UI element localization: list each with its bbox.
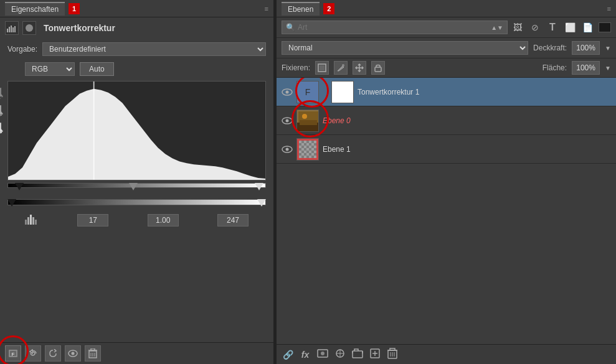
shadow-thumb[interactable] <box>15 183 24 190</box>
fix-brush-icon[interactable] <box>334 61 348 75</box>
search-input[interactable] <box>298 23 488 32</box>
fix-position-icon[interactable] <box>315 61 329 75</box>
fx-icon[interactable]: fx <box>299 350 311 360</box>
left-panel-tabs: Eigenschaften 1 <box>5 2 80 16</box>
prev-state-button[interactable] <box>25 345 41 362</box>
right-panel-tabs: Ebenen 2 <box>282 2 334 16</box>
search-dropdown-arrow[interactable]: ▲▼ <box>491 24 503 31</box>
values-row: 17 1.00 247 <box>0 212 273 229</box>
circle-icon-btn[interactable] <box>22 21 36 35</box>
eyedropper-tools <box>0 87 6 134</box>
output-shadow-thumb[interactable] <box>7 199 16 207</box>
output-highlight-thumb[interactable] <box>257 199 266 207</box>
layer-mask-thumbnail <box>331 81 354 103</box>
output-track[interactable] <box>7 199 266 205</box>
clip-layer-button[interactable]: F <box>5 345 21 362</box>
opacity-input[interactable]: 100% <box>572 41 600 55</box>
section-title: Tonwertkorrektur <box>44 23 115 33</box>
midtones-value[interactable]: 1.00 <box>148 214 179 226</box>
ebenen-label: Ebenen <box>288 5 313 14</box>
layer-visibility-icon[interactable] <box>282 115 293 126</box>
svg-point-36 <box>286 119 289 122</box>
auto-button[interactable]: Auto <box>80 62 114 76</box>
opacity-arrow[interactable]: ▼ <box>605 45 611 52</box>
delete-adjustment-button[interactable] <box>85 345 101 362</box>
layer-row[interactable]: Ebene 0 <box>277 106 616 135</box>
layer-row[interactable]: Ebene 1 <box>277 135 616 164</box>
text-type-icon[interactable]: T <box>546 22 559 33</box>
vorgabe-select[interactable]: Benutzerdefiniert <box>42 42 266 56</box>
svg-rect-24 <box>91 348 95 350</box>
svg-rect-14 <box>30 215 32 225</box>
flache-input[interactable]: 100% <box>572 61 600 75</box>
layer-visibility-icon[interactable] <box>282 86 293 98</box>
fix-label: Fixieren: <box>282 63 310 72</box>
layer-bottom-bar: 🔗 fx <box>277 344 616 364</box>
svg-point-30 <box>342 64 344 67</box>
right-title-bar: Ebenen 2 ≡ <box>277 0 616 17</box>
image-type-icon[interactable]: 🖼 <box>511 22 524 32</box>
svg-rect-3 <box>12 27 14 32</box>
color-swatch[interactable] <box>599 22 611 32</box>
delete-layer-icon[interactable] <box>386 348 399 361</box>
svg-text:F: F <box>305 87 311 97</box>
highlights-value[interactable]: 247 <box>217 214 249 226</box>
input-slider-row <box>7 183 266 194</box>
left-title-bar: Eigenschaften 1 ≡ <box>0 0 273 17</box>
vorgabe-label: Vorgabe: <box>7 45 37 54</box>
fix-move-icon[interactable] <box>353 61 366 75</box>
output-slider-row <box>7 199 266 210</box>
layer-row[interactable]: F Tonwertkorrektur 1 <box>277 78 616 106</box>
midtone-thumb[interactable] <box>129 183 138 190</box>
svg-rect-41 <box>300 120 317 125</box>
highlight-thumb[interactable] <box>255 183 263 190</box>
fix-lock-icon[interactable] <box>371 61 385 75</box>
blend-mode-row: Normal Deckkraft: 100% ▼ <box>277 38 616 58</box>
channel-select[interactable]: RGB <box>25 62 75 76</box>
opacity-label: Deckkraft: <box>533 44 567 52</box>
svg-point-45 <box>321 352 325 355</box>
eigenschaften-label: Eigenschaften <box>11 5 59 14</box>
flache-arrow[interactable]: ▼ <box>605 65 611 72</box>
svg-rect-16 <box>35 220 37 225</box>
blend-mode-select[interactable]: Normal <box>282 41 528 55</box>
svg-rect-47 <box>353 351 362 358</box>
new-group-icon[interactable] <box>351 348 364 360</box>
new-layer-icon[interactable] <box>369 348 381 360</box>
eyedropper-dark[interactable] <box>0 87 6 100</box>
eigenschaften-tab[interactable]: Eigenschaften <box>5 2 65 16</box>
layers-list: F Tonwertkorrektur 1 <box>277 78 616 344</box>
svg-rect-31 <box>375 67 381 72</box>
right-collapse-arrow[interactable]: ≡ <box>607 5 611 12</box>
add-mask-icon[interactable] <box>316 349 329 360</box>
shadows-value[interactable]: 17 <box>77 214 108 226</box>
svg-rect-12 <box>25 220 27 225</box>
visibility-button[interactable] <box>65 345 81 362</box>
svg-rect-0 <box>7 29 8 32</box>
layer-type-icons: 🖼 ⊘ T ⬜ 📄 <box>511 22 611 33</box>
eyedropper-mid[interactable] <box>0 105 6 117</box>
layer-thumbnail-transparent <box>296 138 319 161</box>
link-layers-icon[interactable]: 🔗 <box>282 350 294 360</box>
reset-button[interactable] <box>45 345 61 362</box>
left-badge: 1 <box>69 3 80 14</box>
histogram-icon-btn[interactable] <box>5 21 19 35</box>
left-panel: Eigenschaften 1 ≡ Tonwertkorrektur V <box>0 0 274 364</box>
ebenen-tab[interactable]: Ebenen <box>282 2 320 16</box>
adjustment-type-icon[interactable]: ⊘ <box>529 22 541 32</box>
layer-name: Tonwertkorrektur 1 <box>358 88 611 96</box>
search-icon: 🔍 <box>286 23 295 32</box>
flache-label: Fläche: <box>543 63 567 72</box>
histogram-chart <box>8 82 265 180</box>
search-input-wrap[interactable]: 🔍 ▲▼ <box>282 21 508 34</box>
adjustment-layer-icon[interactable] <box>334 349 346 360</box>
shape-type-icon[interactable]: ⬜ <box>564 22 576 32</box>
svg-rect-13 <box>27 217 29 225</box>
layer-name: Ebene 1 <box>323 145 611 154</box>
left-collapse-arrow[interactable]: ≡ <box>265 5 268 12</box>
layer-thumbnail-image <box>296 110 319 132</box>
smart-type-icon[interactable]: 📄 <box>581 22 594 32</box>
vorgabe-row: Vorgabe: Benutzerdefiniert <box>0 39 273 60</box>
layer-visibility-icon[interactable] <box>282 144 293 155</box>
eyedropper-light[interactable] <box>0 122 6 134</box>
